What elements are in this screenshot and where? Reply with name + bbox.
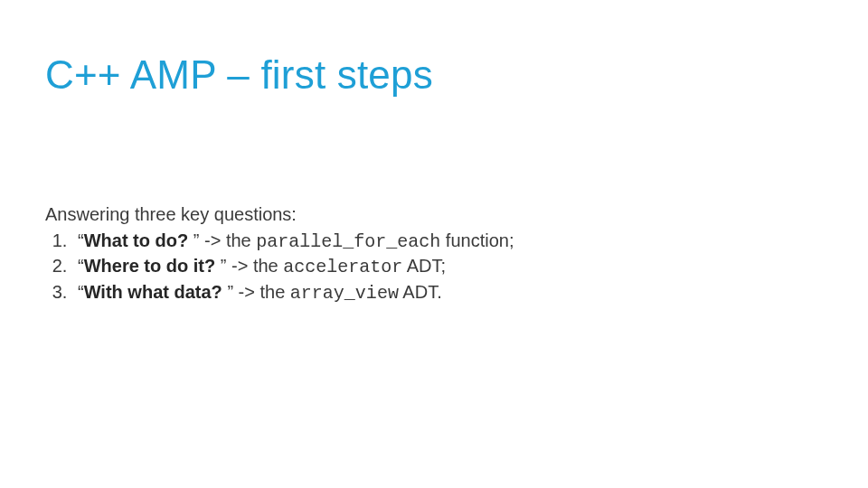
- tail-text: ADT.: [399, 282, 442, 302]
- question-text: Where to do it?: [84, 256, 221, 276]
- tail-text: function;: [440, 230, 514, 250]
- list-item: “With what data? ” -> the array_view ADT…: [72, 280, 823, 305]
- arrow-text: -> the: [226, 256, 283, 276]
- list-item: “Where to do it? ” -> the accelerator AD…: [72, 254, 823, 279]
- arrow-text: -> the: [199, 230, 256, 250]
- slide-title: C++ AMP – first steps: [45, 52, 823, 98]
- intro-text: Answering three key questions:: [45, 204, 823, 225]
- code-text: array_view: [290, 283, 399, 304]
- code-text: parallel_for_each: [256, 231, 440, 252]
- tail-text: ADT;: [402, 256, 446, 276]
- code-text: accelerator: [283, 257, 402, 277]
- list-item: “What to do? ” -> the parallel_for_each …: [72, 229, 823, 254]
- slide: C++ AMP – first steps Answering three ke…: [0, 0, 868, 305]
- arrow-text: -> the: [233, 282, 290, 302]
- question-text: What to do?: [84, 230, 193, 250]
- question-list: “What to do? ” -> the parallel_for_each …: [45, 229, 823, 305]
- question-text: With what data?: [84, 282, 228, 302]
